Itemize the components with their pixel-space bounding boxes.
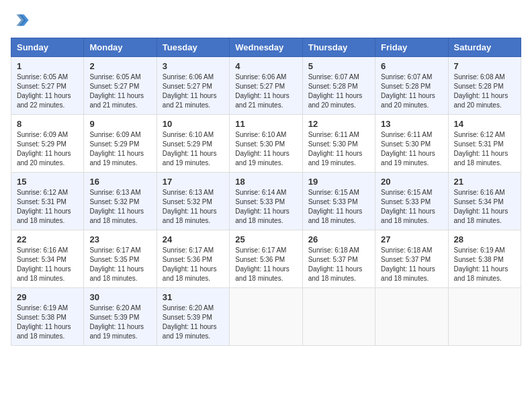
calendar-day-cell: 9Sunrise: 6:09 AMSunset: 5:29 PMDaylight… bbox=[84, 115, 157, 173]
day-info: Sunrise: 6:20 AMSunset: 5:39 PMDaylight:… bbox=[89, 304, 144, 340]
day-number: 9 bbox=[89, 119, 150, 129]
calendar-day-cell: 2Sunrise: 6:05 AMSunset: 5:27 PMDaylight… bbox=[84, 57, 157, 115]
logo bbox=[11, 11, 32, 30]
day-number: 3 bbox=[163, 61, 224, 71]
calendar-day-header: Wednesday bbox=[230, 38, 302, 57]
calendar-day-cell: 7Sunrise: 6:08 AMSunset: 5:28 PMDaylight… bbox=[448, 57, 521, 115]
calendar-day-cell: 10Sunrise: 6:10 AMSunset: 5:29 PMDayligh… bbox=[157, 115, 229, 173]
day-info: Sunrise: 6:06 AMSunset: 5:27 PMDaylight:… bbox=[163, 73, 217, 109]
day-number: 27 bbox=[381, 234, 442, 244]
calendar-day-header: Tuesday bbox=[157, 38, 229, 57]
calendar-day-cell: 6Sunrise: 6:07 AMSunset: 5:28 PMDaylight… bbox=[375, 57, 448, 115]
calendar-day-header: Thursday bbox=[302, 38, 375, 57]
calendar-table: SundayMondayTuesdayWednesdayThursdayFrid… bbox=[11, 38, 521, 346]
calendar-day-cell: 8Sunrise: 6:09 AMSunset: 5:29 PMDaylight… bbox=[11, 115, 84, 173]
day-info: Sunrise: 6:15 AMSunset: 5:33 PMDaylight:… bbox=[308, 189, 363, 224]
calendar-day-cell: 27Sunrise: 6:18 AMSunset: 5:37 PMDayligh… bbox=[375, 230, 448, 288]
day-number: 2 bbox=[89, 61, 150, 71]
day-number: 18 bbox=[235, 177, 296, 187]
calendar-day-header: Friday bbox=[375, 38, 448, 57]
day-info: Sunrise: 6:17 AMSunset: 5:36 PMDaylight:… bbox=[235, 246, 290, 282]
calendar-day-header: Sunday bbox=[11, 38, 84, 57]
day-info: Sunrise: 6:14 AMSunset: 5:33 PMDaylight:… bbox=[235, 189, 290, 224]
calendar-day-cell: 25Sunrise: 6:17 AMSunset: 5:36 PMDayligh… bbox=[230, 230, 302, 288]
day-number: 26 bbox=[308, 234, 369, 244]
day-number: 17 bbox=[163, 177, 224, 187]
calendar-day-cell: 18Sunrise: 6:14 AMSunset: 5:33 PMDayligh… bbox=[230, 173, 302, 230]
calendar-day-cell: 19Sunrise: 6:15 AMSunset: 5:33 PMDayligh… bbox=[302, 173, 375, 230]
day-info: Sunrise: 6:09 AMSunset: 5:29 PMDaylight:… bbox=[89, 131, 144, 167]
day-info: Sunrise: 6:11 AMSunset: 5:30 PMDaylight:… bbox=[308, 131, 363, 167]
page-header bbox=[11, 11, 521, 30]
day-info: Sunrise: 6:11 AMSunset: 5:30 PMDaylight:… bbox=[381, 131, 435, 167]
day-number: 6 bbox=[381, 61, 442, 71]
day-info: Sunrise: 6:16 AMSunset: 5:34 PMDaylight:… bbox=[454, 189, 508, 224]
day-info: Sunrise: 6:08 AMSunset: 5:28 PMDaylight:… bbox=[454, 73, 508, 109]
calendar-day-cell: 16Sunrise: 6:13 AMSunset: 5:32 PMDayligh… bbox=[84, 173, 157, 230]
calendar-week-row: 15Sunrise: 6:12 AMSunset: 5:31 PMDayligh… bbox=[11, 173, 521, 230]
calendar-day-cell: 20Sunrise: 6:15 AMSunset: 5:33 PMDayligh… bbox=[375, 173, 448, 230]
calendar-day-header: Monday bbox=[84, 38, 157, 57]
calendar-day-cell: 5Sunrise: 6:07 AMSunset: 5:28 PMDaylight… bbox=[302, 57, 375, 115]
day-number: 7 bbox=[454, 61, 515, 71]
day-number: 12 bbox=[308, 119, 369, 129]
day-number: 24 bbox=[163, 234, 224, 244]
calendar-week-row: 1Sunrise: 6:05 AMSunset: 5:27 PMDaylight… bbox=[11, 57, 521, 115]
day-info: Sunrise: 6:07 AMSunset: 5:28 PMDaylight:… bbox=[381, 73, 435, 109]
calendar-day-cell bbox=[448, 288, 521, 346]
calendar-day-cell: 3Sunrise: 6:06 AMSunset: 5:27 PMDaylight… bbox=[157, 57, 229, 115]
day-number: 21 bbox=[454, 177, 515, 187]
calendar-day-cell: 24Sunrise: 6:17 AMSunset: 5:36 PMDayligh… bbox=[157, 230, 229, 288]
day-info: Sunrise: 6:07 AMSunset: 5:28 PMDaylight:… bbox=[308, 73, 363, 109]
day-info: Sunrise: 6:20 AMSunset: 5:39 PMDaylight:… bbox=[163, 304, 217, 340]
day-number: 16 bbox=[89, 177, 150, 187]
calendar-day-cell bbox=[230, 288, 302, 346]
calendar-day-cell: 23Sunrise: 6:17 AMSunset: 5:35 PMDayligh… bbox=[84, 230, 157, 288]
calendar-day-cell: 11Sunrise: 6:10 AMSunset: 5:30 PMDayligh… bbox=[230, 115, 302, 173]
calendar-week-row: 8Sunrise: 6:09 AMSunset: 5:29 PMDaylight… bbox=[11, 115, 521, 173]
calendar-day-cell: 26Sunrise: 6:18 AMSunset: 5:37 PMDayligh… bbox=[302, 230, 375, 288]
day-number: 29 bbox=[17, 292, 78, 302]
day-number: 14 bbox=[454, 119, 515, 129]
calendar-header-row: SundayMondayTuesdayWednesdayThursdayFrid… bbox=[11, 38, 521, 57]
day-number: 28 bbox=[454, 234, 515, 244]
calendar-day-cell: 1Sunrise: 6:05 AMSunset: 5:27 PMDaylight… bbox=[11, 57, 84, 115]
day-number: 23 bbox=[89, 234, 150, 244]
calendar-day-cell: 4Sunrise: 6:06 AMSunset: 5:27 PMDaylight… bbox=[230, 57, 302, 115]
day-number: 31 bbox=[163, 292, 224, 302]
calendar-day-cell: 31Sunrise: 6:20 AMSunset: 5:39 PMDayligh… bbox=[157, 288, 229, 346]
day-number: 25 bbox=[235, 234, 296, 244]
calendar-day-cell: 21Sunrise: 6:16 AMSunset: 5:34 PMDayligh… bbox=[448, 173, 521, 230]
day-number: 22 bbox=[17, 234, 78, 244]
day-info: Sunrise: 6:19 AMSunset: 5:38 PMDaylight:… bbox=[454, 246, 508, 282]
day-number: 11 bbox=[235, 119, 296, 129]
day-info: Sunrise: 6:19 AMSunset: 5:38 PMDaylight:… bbox=[17, 304, 71, 340]
calendar-day-cell: 15Sunrise: 6:12 AMSunset: 5:31 PMDayligh… bbox=[11, 173, 84, 230]
day-info: Sunrise: 6:15 AMSunset: 5:33 PMDaylight:… bbox=[381, 189, 435, 224]
calendar-day-cell: 30Sunrise: 6:20 AMSunset: 5:39 PMDayligh… bbox=[84, 288, 157, 346]
calendar-day-cell bbox=[375, 288, 448, 346]
calendar-day-cell: 29Sunrise: 6:19 AMSunset: 5:38 PMDayligh… bbox=[11, 288, 84, 346]
day-info: Sunrise: 6:13 AMSunset: 5:32 PMDaylight:… bbox=[89, 189, 144, 224]
day-info: Sunrise: 6:18 AMSunset: 5:37 PMDaylight:… bbox=[308, 246, 363, 282]
day-info: Sunrise: 6:09 AMSunset: 5:29 PMDaylight:… bbox=[17, 131, 71, 167]
calendar-day-cell bbox=[302, 288, 375, 346]
day-number: 10 bbox=[163, 119, 224, 129]
day-info: Sunrise: 6:17 AMSunset: 5:35 PMDaylight:… bbox=[89, 246, 144, 282]
calendar-day-cell: 13Sunrise: 6:11 AMSunset: 5:30 PMDayligh… bbox=[375, 115, 448, 173]
day-info: Sunrise: 6:16 AMSunset: 5:34 PMDaylight:… bbox=[17, 246, 71, 282]
day-info: Sunrise: 6:12 AMSunset: 5:31 PMDaylight:… bbox=[17, 189, 71, 224]
day-number: 13 bbox=[381, 119, 442, 129]
calendar-day-header: Saturday bbox=[448, 38, 521, 57]
logo-icon bbox=[11, 11, 30, 30]
day-info: Sunrise: 6:05 AMSunset: 5:27 PMDaylight:… bbox=[89, 73, 144, 109]
day-number: 1 bbox=[17, 61, 78, 71]
calendar-day-cell: 14Sunrise: 6:12 AMSunset: 5:31 PMDayligh… bbox=[448, 115, 521, 173]
calendar-day-cell: 12Sunrise: 6:11 AMSunset: 5:30 PMDayligh… bbox=[302, 115, 375, 173]
calendar-day-cell: 17Sunrise: 6:13 AMSunset: 5:32 PMDayligh… bbox=[157, 173, 229, 230]
day-number: 4 bbox=[235, 61, 296, 71]
day-info: Sunrise: 6:06 AMSunset: 5:27 PMDaylight:… bbox=[235, 73, 290, 109]
calendar-day-cell: 22Sunrise: 6:16 AMSunset: 5:34 PMDayligh… bbox=[11, 230, 84, 288]
day-number: 30 bbox=[89, 292, 150, 302]
day-number: 20 bbox=[381, 177, 442, 187]
